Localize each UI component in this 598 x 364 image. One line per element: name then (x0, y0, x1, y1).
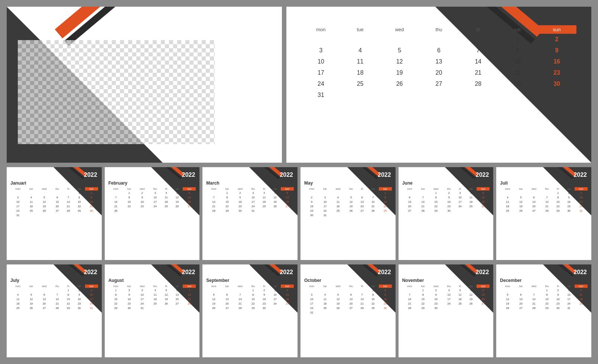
mc-cell: 15 (541, 297, 553, 301)
mc-cell: 22 (429, 204, 443, 208)
mc-cell: 22 (123, 204, 135, 208)
mc-cell (319, 191, 331, 195)
mc-cell: 31 (85, 306, 98, 310)
mc-cell: 18 (281, 297, 294, 301)
mc-cell: 6 (281, 191, 294, 195)
mc-cell: 13 (221, 297, 233, 301)
mc-cell: 2 (379, 288, 392, 292)
mc-cell: 20 (221, 301, 233, 306)
mc-cell: 17 (269, 297, 281, 301)
jan-cell: 10 (301, 56, 341, 67)
mc-cell (281, 306, 294, 310)
mc-cell (25, 191, 37, 195)
mc-cell: 11 (331, 199, 345, 204)
mc-cell (402, 288, 417, 292)
mc-cell: 7 (357, 292, 367, 297)
mc-cell: 3 (247, 191, 259, 195)
mc-cell: 21 (357, 301, 367, 306)
mc-cell: 16 (553, 297, 563, 301)
mc-cell: 20 (357, 204, 367, 208)
mc-cell: 30 (379, 306, 392, 310)
mc-cell: 3 (149, 191, 161, 195)
mc-cell: 29 (429, 208, 443, 213)
mc-header-sat: sat (269, 285, 281, 288)
mc-cell: 20 (51, 204, 63, 208)
mc-cell: 29 (417, 306, 429, 310)
mc-table: montuewedthufrisatsun1234567891011121314… (304, 285, 392, 315)
mc-cell: 16 (135, 199, 149, 204)
mc-cell: 31 (10, 213, 25, 217)
mc-cell: 14 (183, 292, 196, 297)
jan-cell: 26 (380, 78, 419, 90)
mc-cell: 15 (417, 297, 429, 301)
mc-header-tue: tue (221, 285, 233, 288)
mini-calendar-card: 2022 July montuewedthufrisatsun123456789… (7, 264, 102, 357)
mc-cell: 30 (553, 306, 563, 310)
checker-bg (18, 40, 215, 144)
mc-cell: 27 (51, 208, 63, 213)
mc-year: 2022 (280, 269, 293, 276)
mc-cell: 6 (51, 195, 63, 199)
mc-cell: 26 (331, 306, 345, 310)
mc-cell: 10 (149, 195, 161, 199)
mc-cell: 22 (247, 301, 259, 306)
mc-cell: 9 (123, 292, 135, 297)
mc-cell: 9 (259, 292, 269, 297)
mc-month-name: December (500, 278, 588, 283)
mc-cell: 13 (477, 292, 490, 297)
mc-cell: 23 (233, 204, 247, 208)
mc-cell: 22 (367, 301, 379, 306)
mc-cell: 24 (247, 204, 259, 208)
mc-cell: 8 (541, 292, 553, 297)
mc-cell: 17 (563, 297, 575, 301)
mc-header-sun: sun (85, 187, 98, 191)
mc-cell: 4 (575, 288, 588, 292)
mc-header-thu: thu (247, 285, 259, 288)
mc-cell: 13 (183, 195, 196, 199)
mc-header-wed: wed (233, 187, 247, 191)
mc-year: 2022 (280, 172, 293, 178)
mc-cell (345, 191, 357, 195)
mini-calendar-card: 2022 May montuewedthufrisatsun1234567891… (300, 167, 396, 260)
jan-cell: 1 (498, 34, 537, 45)
mc-cell: 19 (331, 301, 345, 306)
mc-cell (183, 208, 196, 213)
mc-table: montuewedthufrisatsun1234567891011121314… (10, 285, 98, 310)
mc-cell: 22 (541, 301, 553, 306)
mc-header-sun: sun (477, 187, 490, 191)
mc-cell: 24 (10, 208, 25, 213)
mc-cell: 26 (345, 208, 357, 213)
mc-cell: 9 (379, 292, 392, 297)
mc-cell: 12 (161, 292, 171, 297)
mc-cell (233, 288, 247, 292)
mc-cell: 30 (233, 208, 247, 213)
mc-header-tue: tue (515, 187, 527, 191)
mc-cell: 4 (259, 191, 269, 195)
mc-cell: 7 (233, 292, 247, 297)
mc-cell: 19 (25, 301, 37, 306)
top-row: mon tue wed thu fri sat sun (7, 7, 591, 163)
mc-cell: 8 (247, 292, 259, 297)
mc-cell: 1 (429, 191, 443, 195)
mc-cell: 18 (161, 199, 171, 204)
mc-cell: 8 (367, 292, 379, 297)
mc-cell: 23 (443, 204, 455, 208)
mc-cell: 16 (563, 199, 575, 204)
mc-cell: 28 (63, 208, 74, 213)
mc-cell: 30 (74, 306, 85, 310)
mc-cell: 28 (206, 208, 221, 213)
mc-table: montuewedthufrisatsun1234567891011121314… (500, 187, 588, 213)
mc-cell: 24 (319, 208, 331, 213)
mc-cell: 16 (259, 297, 269, 301)
mc-cell (500, 288, 515, 292)
jan-cell: 11 (341, 56, 380, 67)
mc-cell: 17 (247, 199, 259, 204)
mc-cell: 28 (541, 208, 553, 213)
mc-cell: 22 (553, 204, 563, 208)
jan-cell: 5 (380, 45, 419, 56)
mc-cell: 28 (51, 306, 63, 310)
mc-cell: 26 (465, 301, 477, 306)
mc-header-fri: fri (259, 187, 269, 191)
mc-header-fri: fri (455, 285, 465, 288)
mc-cell: 1 (541, 288, 553, 292)
